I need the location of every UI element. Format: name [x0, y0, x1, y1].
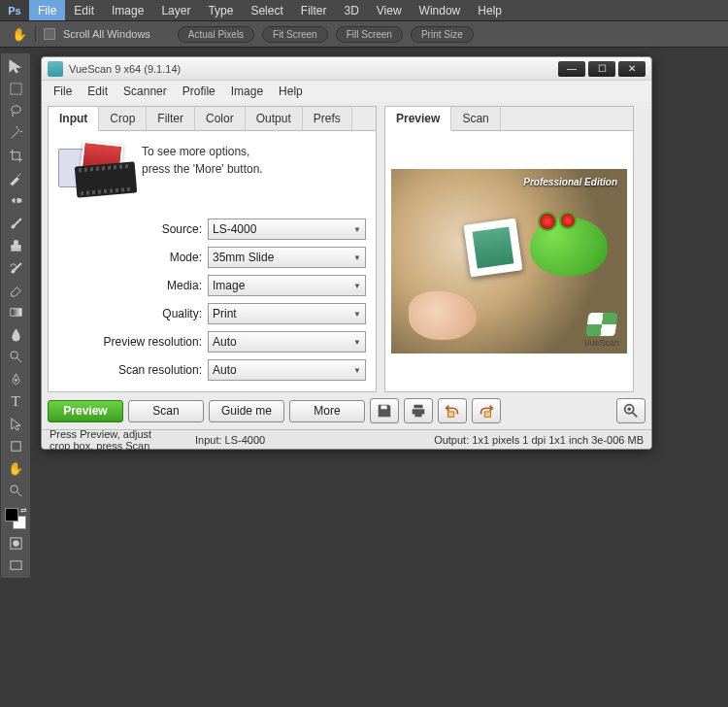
minimize-button[interactable]: — — [558, 61, 585, 77]
svg-rect-4 — [10, 308, 20, 316]
mode-label: Mode: — [52, 251, 208, 264]
more-button[interactable]: More — [289, 400, 365, 422]
vuescan-app-icon — [48, 61, 63, 77]
svg-rect-11 — [10, 560, 20, 568]
screenmode-icon[interactable] — [5, 556, 26, 574]
ps-menu-edit[interactable]: Edit — [65, 0, 103, 20]
swap-colors-icon[interactable]: ⇄ — [20, 506, 27, 515]
tab-prefs[interactable]: Prefs — [303, 107, 352, 130]
quickmask-icon[interactable] — [5, 534, 26, 552]
scan-button[interactable]: Scan — [128, 400, 204, 422]
gradient-tool-icon[interactable] — [5, 303, 26, 320]
ps-menu-type[interactable]: Type — [199, 0, 242, 20]
wand-tool-icon[interactable] — [5, 124, 26, 142]
fill-screen-button[interactable]: Fill Screen — [336, 26, 403, 43]
tab-output[interactable]: Output — [246, 107, 303, 130]
left-panel: Input Crop Filter Color Output Prefs To … — [48, 106, 377, 392]
crop-tool-icon[interactable] — [5, 147, 26, 164]
guide-button[interactable]: Guide me — [209, 400, 284, 422]
rotate-right-icon-button[interactable] — [472, 398, 501, 423]
healing-tool-icon[interactable] — [5, 191, 26, 209]
settings-tabs: Input Crop Filter Color Output Prefs — [49, 107, 376, 131]
print-icon-button[interactable] — [404, 398, 433, 423]
mode-select[interactable]: 35mm Slide▼ — [208, 247, 366, 268]
ps-menu-3d[interactable]: 3D — [335, 0, 367, 20]
scan-res-label: Scan resolution: — [52, 363, 208, 377]
status-hint: Press Preview, adjust crop box, press Sc… — [50, 428, 172, 452]
ps-options-bar: ✋ Scroll All Windows Actual Pixels Fit S… — [0, 21, 728, 48]
tab-crop[interactable]: Crop — [99, 107, 147, 130]
path-select-tool-icon[interactable] — [5, 415, 26, 432]
fit-screen-button[interactable]: Fit Screen — [262, 26, 328, 43]
preview-res-select[interactable]: Auto▼ — [208, 331, 366, 353]
tab-preview[interactable]: Preview — [385, 107, 451, 131]
ps-logo: Ps — [0, 0, 29, 20]
vs-menu-scanner[interactable]: Scanner — [116, 82, 175, 101]
media-select[interactable]: Image▼ — [208, 275, 366, 296]
scroll-all-checkbox[interactable] — [44, 28, 55, 40]
preview-res-label: Preview resolution: — [52, 335, 208, 349]
scroll-all-label: Scroll All Windows — [63, 28, 150, 40]
preview-button[interactable]: Preview — [48, 400, 123, 422]
zoom-icon-button[interactable] — [616, 398, 645, 423]
chevron-down-icon: ▼ — [353, 253, 361, 262]
scan-res-select[interactable]: Auto▼ — [208, 359, 366, 381]
svg-point-1 — [11, 105, 19, 113]
actual-pixels-button[interactable]: Actual Pixels — [178, 26, 254, 43]
rotate-left-icon-button[interactable] — [438, 398, 467, 423]
hint-line1: To see more options, — [142, 143, 263, 160]
shape-tool-icon[interactable] — [5, 437, 26, 454]
tab-filter[interactable]: Filter — [147, 107, 195, 130]
ps-menu-help[interactable]: Help — [469, 0, 511, 20]
color-swatch[interactable]: ⇄ — [5, 508, 26, 529]
ps-menu-layer[interactable]: Layer — [152, 0, 199, 20]
edition-label: Professional Edition — [523, 177, 617, 187]
vs-menu-profile[interactable]: Profile — [175, 82, 223, 101]
preview-area[interactable]: Professional Edition VueScan — [385, 163, 633, 359]
vs-menu-edit[interactable]: Edit — [80, 82, 116, 101]
vuescan-menu-bar: File Edit Scanner Profile Image Help — [42, 81, 651, 102]
vs-menu-image[interactable]: Image — [223, 82, 271, 101]
type-tool-icon[interactable]: T — [5, 392, 26, 410]
hand-tool-icon[interactable]: ✋ — [12, 27, 27, 42]
ps-menu-select[interactable]: Select — [242, 0, 291, 20]
ps-menu-image[interactable]: Image — [103, 0, 152, 20]
close-button[interactable]: ✕ — [618, 61, 645, 77]
tab-scan[interactable]: Scan — [451, 107, 500, 130]
ps-menu-view[interactable]: View — [368, 0, 411, 20]
blur-tool-icon[interactable] — [5, 325, 26, 343]
ps-menu-filter[interactable]: Filter — [292, 0, 336, 20]
maximize-button[interactable]: ☐ — [588, 61, 615, 77]
svg-rect-7 — [11, 441, 19, 450]
window-titlebar[interactable]: VueScan 9 x64 (9.1.14) — ☐ ✕ — [42, 57, 651, 81]
vuescan-logo: VueScan — [584, 313, 619, 348]
eraser-tool-icon[interactable] — [5, 281, 26, 298]
lasso-tool-icon[interactable] — [5, 102, 26, 119]
print-size-button[interactable]: Print Size — [411, 26, 474, 43]
ps-menu-window[interactable]: Window — [411, 0, 470, 20]
save-icon-button[interactable] — [370, 398, 399, 423]
ps-menu-file[interactable]: File — [29, 0, 65, 20]
button-row: Preview Scan Guide me More — [42, 392, 651, 429]
brush-tool-icon[interactable] — [5, 214, 26, 231]
move-tool-icon[interactable] — [5, 57, 26, 75]
dodge-tool-icon[interactable] — [5, 348, 26, 365]
vs-menu-help[interactable]: Help — [271, 82, 311, 101]
foreground-color-swatch[interactable] — [5, 508, 18, 522]
stamp-tool-icon[interactable] — [5, 236, 26, 253]
source-select[interactable]: LS-4000▼ — [208, 219, 366, 240]
hint-line2: press the 'More' button. — [142, 160, 263, 178]
eyedropper-tool-icon[interactable] — [5, 169, 26, 186]
hand-tool-icon[interactable]: ✋ — [5, 459, 26, 477]
vs-menu-file[interactable]: File — [46, 82, 80, 101]
tab-color[interactable]: Color — [195, 107, 246, 130]
history-brush-tool-icon[interactable] — [5, 258, 26, 276]
pen-tool-icon[interactable] — [5, 370, 26, 387]
quality-select[interactable]: Print▼ — [208, 303, 366, 324]
chevron-down-icon: ▼ — [353, 225, 361, 234]
tab-input[interactable]: Input — [49, 107, 99, 131]
vuescan-window: VueScan 9 x64 (9.1.14) — ☐ ✕ File Edit S… — [41, 56, 652, 450]
zoom-tool-icon[interactable] — [5, 482, 26, 499]
svg-point-10 — [13, 540, 18, 546]
marquee-tool-icon[interactable] — [5, 80, 26, 97]
